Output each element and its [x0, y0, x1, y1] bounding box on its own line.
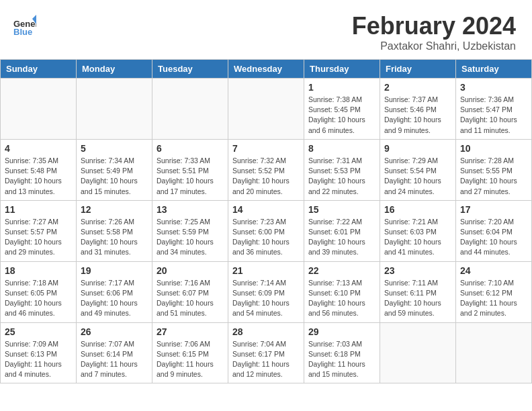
calendar-day-cell: 3Sunrise: 7:36 AMSunset: 5:47 PMDaylight… [456, 79, 532, 140]
calendar-body: 1Sunrise: 7:38 AMSunset: 5:45 PMDaylight… [1, 79, 532, 383]
day-info: Sunrise: 7:16 AMSunset: 6:07 PMDaylight:… [157, 278, 224, 319]
calendar-week-row: 18Sunrise: 7:18 AMSunset: 6:05 PMDayligh… [1, 261, 532, 322]
calendar-day-cell [77, 79, 152, 140]
calendar-day-cell: 2Sunrise: 7:37 AMSunset: 5:46 PMDaylight… [380, 79, 456, 140]
day-info: Sunrise: 7:27 AMSunset: 5:57 PMDaylight:… [5, 217, 72, 258]
weekday-header-cell: Monday [77, 60, 152, 79]
title-block: February 2024 Paxtakor Shahri, Uzbekista… [352, 12, 516, 52]
calendar-day-cell: 15Sunrise: 7:22 AMSunset: 6:01 PMDayligh… [304, 200, 380, 261]
day-number: 25 [5, 326, 72, 337]
day-info: Sunrise: 7:11 AMSunset: 6:11 PMDaylight:… [384, 278, 451, 319]
day-number: 11 [5, 204, 72, 215]
day-number: 29 [308, 326, 375, 337]
calendar-day-cell [380, 322, 456, 383]
weekday-header-cell: Saturday [456, 60, 532, 79]
calendar-day-cell: 18Sunrise: 7:18 AMSunset: 6:05 PMDayligh… [1, 261, 77, 322]
day-number: 19 [81, 265, 148, 276]
day-number: 6 [157, 143, 224, 154]
calendar-day-cell: 11Sunrise: 7:27 AMSunset: 5:57 PMDayligh… [1, 200, 77, 261]
day-info: Sunrise: 7:26 AMSunset: 5:58 PMDaylight:… [81, 217, 148, 258]
day-info: Sunrise: 7:34 AMSunset: 5:49 PMDaylight:… [81, 156, 148, 197]
day-number: 17 [460, 204, 527, 215]
calendar-day-cell: 25Sunrise: 7:09 AMSunset: 6:13 PMDayligh… [1, 322, 77, 383]
day-info: Sunrise: 7:36 AMSunset: 5:47 PMDaylight:… [460, 95, 527, 136]
day-info: Sunrise: 7:14 AMSunset: 6:09 PMDaylight:… [232, 278, 300, 319]
calendar-day-cell: 29Sunrise: 7:03 AMSunset: 6:18 PMDayligh… [304, 322, 380, 383]
day-info: Sunrise: 7:28 AMSunset: 5:55 PMDaylight:… [460, 156, 527, 197]
day-number: 18 [5, 265, 72, 276]
day-info: Sunrise: 7:17 AMSunset: 6:06 PMDaylight:… [81, 278, 148, 319]
day-info: Sunrise: 7:20 AMSunset: 6:04 PMDaylight:… [460, 217, 527, 258]
calendar-day-cell: 24Sunrise: 7:10 AMSunset: 6:12 PMDayligh… [456, 261, 532, 322]
day-number: 28 [232, 326, 300, 337]
calendar-table: SundayMondayTuesdayWednesdayThursdayFrid… [0, 59, 532, 383]
calendar-day-cell [456, 322, 532, 383]
calendar-day-cell: 23Sunrise: 7:11 AMSunset: 6:11 PMDayligh… [380, 261, 456, 322]
calendar-day-cell: 12Sunrise: 7:26 AMSunset: 5:58 PMDayligh… [77, 200, 152, 261]
page-header: General Blue February 2024 Paxtakor Shah… [0, 0, 532, 59]
weekday-header-cell: Thursday [304, 60, 380, 79]
month-title: February 2024 [352, 12, 516, 40]
day-number: 5 [81, 143, 148, 154]
day-number: 1 [308, 82, 375, 93]
day-info: Sunrise: 7:29 AMSunset: 5:54 PMDaylight:… [384, 156, 451, 197]
calendar-day-cell: 8Sunrise: 7:31 AMSunset: 5:53 PMDaylight… [304, 139, 380, 200]
day-number: 4 [5, 143, 72, 154]
day-number: 20 [157, 265, 224, 276]
calendar-day-cell: 4Sunrise: 7:35 AMSunset: 5:48 PMDaylight… [1, 139, 77, 200]
day-number: 16 [384, 204, 451, 215]
day-number: 10 [460, 143, 527, 154]
day-number: 22 [308, 265, 375, 276]
day-info: Sunrise: 7:31 AMSunset: 5:53 PMDaylight:… [308, 156, 375, 197]
calendar-day-cell [1, 79, 77, 140]
weekday-header-cell: Friday [380, 60, 456, 79]
location-subtitle: Paxtakor Shahri, Uzbekistan [352, 40, 516, 52]
calendar-day-cell: 5Sunrise: 7:34 AMSunset: 5:49 PMDaylight… [77, 139, 152, 200]
calendar-day-cell: 22Sunrise: 7:13 AMSunset: 6:10 PMDayligh… [304, 261, 380, 322]
day-number: 12 [81, 204, 148, 215]
calendar-day-cell [152, 79, 228, 140]
weekday-header-cell: Wednesday [228, 60, 304, 79]
calendar-day-cell [228, 79, 304, 140]
day-number: 21 [232, 265, 300, 276]
day-number: 3 [460, 82, 527, 93]
calendar-day-cell: 21Sunrise: 7:14 AMSunset: 6:09 PMDayligh… [228, 261, 304, 322]
day-number: 2 [384, 82, 451, 93]
calendar-day-cell: 14Sunrise: 7:23 AMSunset: 6:00 PMDayligh… [228, 200, 304, 261]
calendar-day-cell: 10Sunrise: 7:28 AMSunset: 5:55 PMDayligh… [456, 139, 532, 200]
weekday-header-row: SundayMondayTuesdayWednesdayThursdayFrid… [1, 60, 532, 79]
calendar-day-cell: 20Sunrise: 7:16 AMSunset: 6:07 PMDayligh… [152, 261, 228, 322]
day-info: Sunrise: 7:33 AMSunset: 5:51 PMDaylight:… [157, 156, 224, 197]
weekday-header-cell: Tuesday [152, 60, 228, 79]
day-number: 13 [157, 204, 224, 215]
svg-text:Blue: Blue [13, 27, 32, 36]
day-number: 14 [232, 204, 300, 215]
calendar-day-cell: 19Sunrise: 7:17 AMSunset: 6:06 PMDayligh… [77, 261, 152, 322]
calendar-day-cell: 26Sunrise: 7:07 AMSunset: 6:14 PMDayligh… [77, 322, 152, 383]
calendar-day-cell: 13Sunrise: 7:25 AMSunset: 5:59 PMDayligh… [152, 200, 228, 261]
calendar-day-cell: 28Sunrise: 7:04 AMSunset: 6:17 PMDayligh… [228, 322, 304, 383]
day-number: 24 [460, 265, 527, 276]
day-number: 7 [232, 143, 300, 154]
logo: General Blue [12, 12, 40, 36]
day-number: 15 [308, 204, 375, 215]
day-info: Sunrise: 7:18 AMSunset: 6:05 PMDaylight:… [5, 278, 72, 319]
calendar-day-cell: 16Sunrise: 7:21 AMSunset: 6:03 PMDayligh… [380, 200, 456, 261]
calendar-day-cell: 6Sunrise: 7:33 AMSunset: 5:51 PMDaylight… [152, 139, 228, 200]
day-info: Sunrise: 7:23 AMSunset: 6:00 PMDaylight:… [232, 217, 300, 258]
day-number: 9 [384, 143, 451, 154]
day-info: Sunrise: 7:06 AMSunset: 6:15 PMDaylight:… [157, 339, 224, 380]
day-info: Sunrise: 7:22 AMSunset: 6:01 PMDaylight:… [308, 217, 375, 258]
day-info: Sunrise: 7:04 AMSunset: 6:17 PMDaylight:… [232, 339, 300, 380]
day-info: Sunrise: 7:13 AMSunset: 6:10 PMDaylight:… [308, 278, 375, 319]
day-number: 26 [81, 326, 148, 337]
calendar-week-row: 1Sunrise: 7:38 AMSunset: 5:45 PMDaylight… [1, 79, 532, 140]
day-number: 8 [308, 143, 375, 154]
calendar-day-cell: 27Sunrise: 7:06 AMSunset: 6:15 PMDayligh… [152, 322, 228, 383]
weekday-header-cell: Sunday [1, 60, 77, 79]
calendar-day-cell: 1Sunrise: 7:38 AMSunset: 5:45 PMDaylight… [304, 79, 380, 140]
day-info: Sunrise: 7:10 AMSunset: 6:12 PMDaylight:… [460, 278, 527, 319]
calendar-week-row: 4Sunrise: 7:35 AMSunset: 5:48 PMDaylight… [1, 139, 532, 200]
day-info: Sunrise: 7:21 AMSunset: 6:03 PMDaylight:… [384, 217, 451, 258]
day-info: Sunrise: 7:37 AMSunset: 5:46 PMDaylight:… [384, 95, 451, 136]
